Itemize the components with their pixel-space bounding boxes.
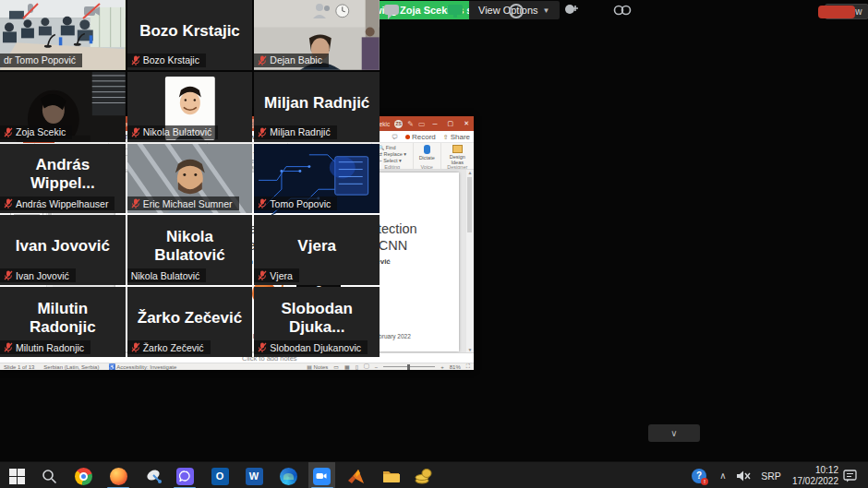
- taskbar-outlook[interactable]: O: [207, 466, 233, 486]
- find-button[interactable]: 🔍 Find: [378, 145, 406, 150]
- muted-mic-icon: [131, 127, 140, 137]
- participant-name-label: Bozo Krstajic: [127, 54, 206, 67]
- muted-mic-icon: [258, 198, 267, 208]
- select-button[interactable]: ▻ Select ▾: [378, 158, 406, 163]
- participant-name-label: Nikola Bulatović: [127, 125, 219, 139]
- volume-muted-icon[interactable]: [733, 462, 753, 488]
- start-button[interactable]: [4, 466, 30, 486]
- folder-icon: [382, 469, 400, 483]
- more-participants-button[interactable]: ∨: [648, 424, 700, 442]
- view-sorter-icon[interactable]: ▦: [344, 363, 350, 370]
- muted-mic-icon: [131, 342, 140, 352]
- participant-tile[interactable]: Slobodan Djuka... Slobodan Djukanovic: [254, 287, 380, 357]
- record-button[interactable]: Record: [405, 133, 436, 141]
- accessibility-status[interactable]: ♿ Accessibility: Investigate: [108, 363, 176, 370]
- viber-icon: [176, 468, 194, 485]
- search-icon: [42, 469, 57, 484]
- notification-badge: !: [701, 478, 708, 485]
- language-indicator[interactable]: Serbian (Latin, Serbia): [43, 364, 99, 370]
- taskbar-matlab[interactable]: [343, 466, 368, 486]
- participant-tile[interactable]: Eric Michael Sumner: [127, 144, 253, 214]
- meeting-screen: { "colors": { "banner_green": "#2ebd59",…: [0, 0, 868, 488]
- taskbar-firefox[interactable]: [105, 466, 131, 486]
- tray-expand-button[interactable]: ∧: [715, 462, 731, 488]
- zoom-in-icon[interactable]: +: [440, 364, 444, 370]
- design-ideas-icon: [452, 145, 463, 153]
- comments-icon[interactable]: 🗩: [392, 134, 398, 140]
- record-dot-icon: [405, 135, 410, 139]
- view-normal-icon[interactable]: ▭: [333, 363, 339, 370]
- zoom-slider[interactable]: [383, 366, 435, 367]
- participant-tile[interactable]: Žarko Zečević Žarko Zečević: [127, 287, 253, 357]
- view-reading-icon[interactable]: ▯: [356, 363, 358, 370]
- editor-scrollbar[interactable]: ▲▼: [466, 170, 474, 352]
- close-button[interactable]: ✕: [461, 120, 472, 127]
- participant-name-label: Žarko Zečević: [127, 340, 211, 354]
- participant-tile[interactable]: Nikola Bulatović: [127, 72, 253, 142]
- taskbar-satellite-app[interactable]: [141, 466, 167, 486]
- participant-name-label: Eric Michael Sumner: [127, 196, 239, 210]
- user-avatar[interactable]: ZS: [394, 120, 403, 128]
- action-center-button[interactable]: [838, 462, 861, 488]
- participant-tile[interactable]: Zoja Scekic: [0, 72, 126, 142]
- edge-icon: [280, 468, 297, 485]
- help-question-icon: ? !: [692, 469, 706, 483]
- firefox-icon: [110, 468, 127, 485]
- word-icon: W: [246, 468, 263, 485]
- participant-tile[interactable]: András Wippel... András Wippelhauser: [0, 144, 126, 214]
- clock-date: 17/02/2022: [792, 476, 838, 487]
- replace-button[interactable]: ⇄ Replace ▾: [378, 151, 406, 157]
- participant-name-label: Milutin Radonjic: [0, 340, 90, 354]
- windows-logo-icon: [9, 469, 25, 484]
- notes-toggle[interactable]: ▤ Notes: [307, 363, 328, 370]
- group-designer: Design Ideas Designer: [441, 143, 474, 170]
- minimize-button[interactable]: ─: [430, 121, 440, 127]
- muted-mic-icon: [131, 55, 140, 65]
- language-indicator[interactable]: SRP: [757, 462, 785, 488]
- share-button[interactable]: ⇧ Share: [443, 133, 470, 141]
- participant-tile[interactable]: Bozo Krstajic Bozo Krstajic: [127, 0, 253, 70]
- ribbon-display-icon[interactable]: ▭: [418, 120, 426, 128]
- taskbar-coins-app[interactable]: [410, 466, 436, 486]
- zoom-out-icon[interactable]: −: [375, 364, 379, 370]
- participant-tile[interactable]: dr Tomo Popović: [0, 0, 126, 70]
- muted-mic-icon: [258, 55, 267, 65]
- participant-tile[interactable]: Vjera Vjera: [254, 215, 380, 285]
- muted-mic-icon: [4, 127, 13, 137]
- taskbar-file-explorer[interactable]: [378, 466, 404, 486]
- taskbar-edge[interactable]: [275, 466, 301, 486]
- taskbar-word[interactable]: W: [241, 466, 267, 486]
- muted-mic-icon: [258, 270, 267, 280]
- ppt-status-bar: Slide 1 of 13 Serbian (Latin, Serbia) ♿ …: [0, 363, 474, 370]
- view-slideshow-icon[interactable]: 🖵: [364, 363, 369, 370]
- ink-pen-icon[interactable]: ✎: [407, 120, 414, 128]
- muted-mic-icon: [4, 342, 13, 352]
- muted-mic-icon: [258, 342, 267, 352]
- dictate-mic-icon: [424, 145, 430, 154]
- participant-tile[interactable]: Tomo Popovic: [254, 144, 380, 214]
- restore-button[interactable]: ▢: [445, 120, 457, 127]
- coins-icon: [415, 469, 432, 484]
- participant-name-label: Tomo Popovic: [254, 196, 337, 210]
- fit-slide-icon[interactable]: ⛶: [466, 363, 470, 370]
- chrome-icon: [75, 468, 92, 485]
- design-ideas-button[interactable]: Design Ideas: [442, 145, 472, 165]
- share-icon: ⇧: [443, 134, 451, 140]
- taskbar-clock[interactable]: 10:12 17/02/2022: [785, 462, 838, 488]
- taskbar-zoom[interactable]: [308, 466, 334, 486]
- get-help-tray-icon[interactable]: ? !: [689, 462, 709, 488]
- participant-name-label: Vjera: [254, 268, 299, 282]
- muted-mic-icon: [131, 198, 140, 208]
- participant-tile[interactable]: Ivan Jovović Ivan Jovović: [0, 215, 126, 285]
- taskbar-chrome[interactable]: [70, 466, 96, 486]
- participant-tile[interactable]: Nikola Bulatović Nikola Bulatović: [127, 215, 253, 285]
- participant-tile[interactable]: Milutin Radonjic Milutin Radonjic: [0, 287, 126, 357]
- windows-taskbar: O W ? ! ∧ SRP 10:12: [0, 461, 868, 488]
- participant-name-label: Slobodan Djukanovic: [254, 340, 368, 354]
- taskbar-viber[interactable]: [172, 466, 198, 486]
- participant-tile[interactable]: Miljan Radnjić Miljan Radnjić: [254, 72, 380, 142]
- dictate-button[interactable]: Dictate: [419, 145, 435, 161]
- taskbar-search-button[interactable]: [36, 466, 62, 486]
- participant-gallery: dr Tomo Popović Bozo Krstajic Bozo Krsta…: [0, 0, 380, 357]
- zoom-percent[interactable]: 81%: [450, 364, 461, 370]
